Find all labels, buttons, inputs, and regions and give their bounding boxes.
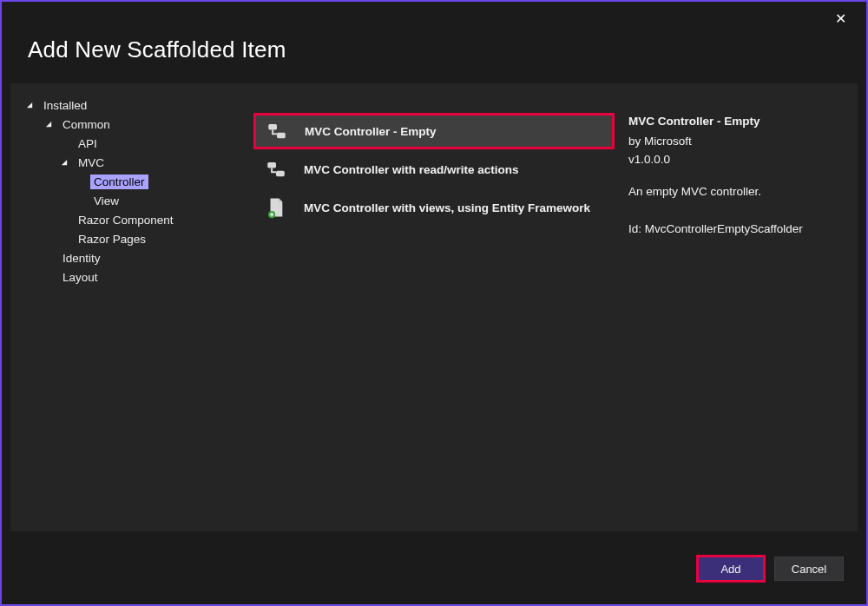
template-label: MVC Controller - Empty (305, 125, 437, 138)
tree-node-mvc[interactable]: MVC (10, 153, 245, 172)
dialog-header: Add New Scaffolded Item (2, 2, 866, 84)
scaffold-icon (265, 119, 289, 143)
dialog-footer: Add Cancel (10, 543, 858, 594)
tree-label: View (94, 194, 119, 207)
tree-node-razor-component[interactable]: Razor Component (10, 210, 245, 229)
code-file-icon (264, 195, 288, 220)
tree-label: Installed (43, 99, 87, 112)
dialog-title: Add New Scaffolded Item (28, 36, 866, 63)
template-list: MVC Controller - Empty MVC Controller wi… (245, 83, 623, 531)
tree-label: Identity (62, 252, 101, 265)
expand-arrow-icon (43, 119, 54, 129)
template-item-readwrite[interactable]: MVC Controller with read/write actions (253, 151, 615, 188)
expand-arrow-icon (24, 100, 35, 110)
details-pane: MVC Controller - Empty by Microsoft v1.0… (623, 83, 858, 531)
tree-label: Controller (94, 175, 145, 188)
close-button[interactable]: ✕ (832, 10, 849, 28)
svg-rect-2 (267, 162, 276, 168)
tree-label: Common (62, 118, 110, 131)
tree-label: MVC (78, 156, 104, 169)
template-item-empty[interactable]: MVC Controller - Empty (253, 113, 615, 149)
details-description: An empty MVC controller. (628, 183, 844, 201)
tree-label: Layout (62, 271, 98, 284)
tree-node-layout[interactable]: Layout (10, 267, 245, 287)
tree-label: API (78, 137, 97, 150)
dialog-window: ✕ Add New Scaffolded Item Installed Comm… (0, 0, 868, 606)
svg-rect-0 (268, 124, 277, 130)
tree-node-controller[interactable]: Controller (10, 172, 245, 191)
dialog-body: Installed Common API MVC Controller View (10, 83, 858, 531)
template-item-ef[interactable]: MVC Controller with views, using Entity … (253, 189, 615, 226)
tree-node-api[interactable]: API (10, 134, 245, 153)
add-button[interactable]: Add (696, 555, 766, 583)
cancel-button[interactable]: Cancel (774, 557, 844, 581)
svg-rect-1 (277, 133, 286, 139)
scaffold-icon (264, 157, 288, 181)
template-label: MVC Controller with read/write actions (304, 163, 519, 176)
details-version: v1.0.0.0 (628, 151, 844, 169)
tree-node-installed[interactable]: Installed (10, 96, 245, 115)
expand-arrow-icon (59, 157, 69, 168)
tree-node-identity[interactable]: Identity (10, 248, 245, 267)
tree-node-common[interactable]: Common (10, 115, 245, 134)
svg-rect-3 (276, 171, 285, 177)
tree-node-razor-pages[interactable]: Razor Pages (10, 229, 245, 248)
category-tree: Installed Common API MVC Controller View (10, 83, 245, 531)
tree-node-view[interactable]: View (10, 191, 245, 210)
details-id: Id: MvcControllerEmptyScaffolder (628, 221, 844, 239)
template-label: MVC Controller with views, using Entity … (304, 201, 590, 214)
details-author: by Microsoft (628, 133, 844, 151)
tree-label: Razor Pages (78, 233, 146, 246)
tree-label: Razor Component (78, 214, 174, 227)
details-title: MVC Controller - Empty (628, 113, 844, 131)
